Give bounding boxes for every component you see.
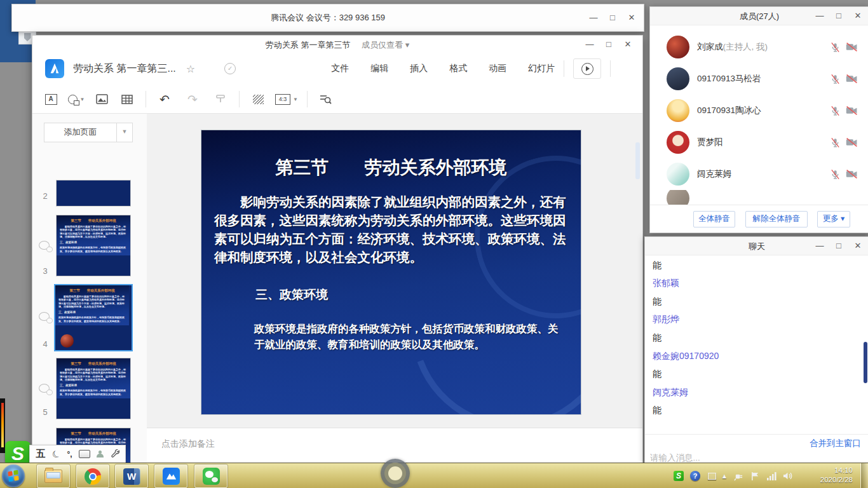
- taskbar-meeting-button[interactable]: [154, 464, 187, 488]
- minimize-icon[interactable]: —: [580, 36, 599, 53]
- camera-off-icon[interactable]: [843, 137, 860, 147]
- aspect-ratio-selector[interactable]: 4:3▼: [275, 90, 298, 109]
- show-desktop-button[interactable]: [860, 463, 868, 488]
- slide-number: 5: [40, 407, 50, 417]
- merge-to-main-window-link[interactable]: 合并到主窗口: [810, 438, 861, 449]
- background-fill-icon[interactable]: [248, 90, 268, 109]
- slide-thumbnail-3[interactable]: 第三节 劳动关系外部环境 影响劳动关系的因素除了就业组织内部的因素之外，还有很多…: [57, 215, 130, 276]
- chat-message: 能: [653, 405, 856, 416]
- menu-slideshow[interactable]: 幻灯片: [528, 63, 555, 74]
- ime-punctuation-icon[interactable]: °,: [67, 450, 72, 459]
- camera-off-icon[interactable]: [843, 74, 860, 84]
- document-tab[interactable]: 劳动关系 第一章第三...: [73, 62, 176, 76]
- docked-toolbar-edge-indicator[interactable]: [0, 398, 5, 453]
- tray-power-icon[interactable]: [732, 470, 745, 482]
- add-page-button[interactable]: 添加页面 ▼: [44, 123, 133, 142]
- minimize-icon[interactable]: —: [584, 10, 603, 26]
- member-row[interactable]: 09170913马松岩: [650, 63, 868, 95]
- slide-thumbnail-2[interactable]: 第三节 劳动关系外部环境 影响劳动关系的因素除了就业组织内部的因素之外，还有很多…: [57, 180, 130, 206]
- taskbar-explorer-button[interactable]: [37, 464, 70, 488]
- member-row[interactable]: 刘家成(主持人, 我): [650, 31, 868, 63]
- chat-titlebar: 聊天 — □ ✕: [645, 237, 868, 255]
- menu-format[interactable]: 格式: [449, 63, 467, 74]
- wps-window-title: 劳动关系 第一章第三节: [266, 40, 351, 50]
- notes-area[interactable]: 点击添加备注: [147, 428, 642, 463]
- close-icon[interactable]: ✕: [848, 8, 867, 24]
- editor-scrollbar[interactable]: [635, 142, 640, 179]
- chat-sender-name: 阔克莱姆: [653, 387, 856, 398]
- member-row[interactable]: 贾梦阳: [650, 126, 868, 158]
- taskbar: W S ? ▲ 14:10 2020/2/28: [0, 463, 868, 488]
- start-button[interactable]: [2, 464, 25, 487]
- taskbar-word-button[interactable]: W: [115, 464, 148, 488]
- taskbar-chrome-button[interactable]: [76, 464, 109, 488]
- camera-off-icon[interactable]: [843, 42, 860, 52]
- camera-off-icon[interactable]: [843, 169, 860, 179]
- table-tool-icon[interactable]: [118, 90, 137, 109]
- ime-keyboard-icon[interactable]: [79, 450, 90, 458]
- ime-profile-icon[interactable]: [97, 451, 104, 458]
- slide-canvas[interactable]: 第三节 劳动关系外部环境 影响劳动关系的因素除了就业组织内部的因素之外，还有很多…: [201, 130, 581, 415]
- tray-window-switch-icon[interactable]: [705, 470, 718, 482]
- mic-muted-icon[interactable]: [827, 42, 843, 53]
- mute-all-button[interactable]: 全体静音: [693, 211, 735, 227]
- maximize-icon[interactable]: □: [829, 8, 848, 24]
- maximize-icon[interactable]: □: [603, 10, 622, 26]
- redo-icon[interactable]: ↷: [183, 90, 202, 109]
- assistive-ring-overlay[interactable]: [381, 459, 410, 488]
- ime-language-moon-icon[interactable]: ☾: [50, 447, 63, 461]
- tray-network-icon[interactable]: [765, 470, 778, 482]
- taskbar-wechat-button[interactable]: [194, 464, 227, 488]
- view-mode-dropdown[interactable]: 成员仅查看 ▾: [362, 40, 409, 50]
- slide-title: 第三节 劳动关系外部环境: [201, 156, 581, 180]
- mic-muted-icon[interactable]: [827, 169, 843, 180]
- ime-mode-label[interactable]: 五: [36, 448, 45, 460]
- shape-tool-icon[interactable]: ▼: [67, 90, 86, 109]
- close-icon[interactable]: ✕: [618, 36, 637, 53]
- menu-insert[interactable]: 插入: [410, 63, 428, 74]
- tray-sogou-icon[interactable]: S: [672, 470, 685, 482]
- add-page-dropdown[interactable]: ▼: [116, 123, 132, 142]
- member-row[interactable]: 09170931陶冰心: [650, 95, 868, 126]
- slide-number: 2: [40, 191, 50, 201]
- menu-edit[interactable]: 编辑: [370, 63, 388, 74]
- play-slideshow-button[interactable]: [573, 58, 601, 79]
- avatar: [667, 131, 689, 154]
- tray-volume-icon[interactable]: [782, 470, 794, 482]
- tray-help-icon[interactable]: ?: [689, 470, 702, 482]
- camera-off-icon[interactable]: [843, 105, 860, 116]
- mic-muted-icon[interactable]: [827, 105, 843, 116]
- menu-animation[interactable]: 动画: [489, 63, 506, 74]
- chat-message: 能: [653, 332, 856, 344]
- slide-paragraph: 政策环境是指政府的各种政策方针，包括货币政策和财政政策、关于就业的政策、教育和培…: [254, 321, 567, 353]
- slide-thumbnail-4-selected[interactable]: 第三节 劳动关系外部环境 影响劳动关系的因素除了就业组织内部的因素之外，还有很多…: [55, 285, 132, 350]
- tray-action-center-flag-icon[interactable]: [749, 470, 761, 482]
- maximize-icon[interactable]: □: [829, 238, 848, 254]
- textbox-tool-icon[interactable]: A: [41, 90, 60, 109]
- format-painter-icon[interactable]: [211, 90, 230, 109]
- chat-message: 能: [653, 260, 856, 271]
- animation-badge-icon: [39, 312, 50, 321]
- member-row[interactable]: 阔克莱姆: [650, 158, 868, 190]
- find-replace-icon[interactable]: [316, 90, 336, 109]
- tray-clock[interactable]: 14:10 2020/2/28: [820, 466, 853, 485]
- chat-panel-window: 聊天 — □ ✕ 能 张郁颖 能 郭彤烨 能 赖金婉09170920 能 阔克莱…: [644, 236, 868, 465]
- minimize-icon[interactable]: —: [810, 238, 829, 254]
- close-icon[interactable]: ✕: [848, 238, 867, 254]
- minimize-icon[interactable]: —: [810, 8, 829, 24]
- mic-muted-icon[interactable]: [827, 74, 843, 85]
- slide-thumbnail-5[interactable]: 第三节 劳动关系外部环境 影响劳动关系的因素除了就业组织内部的因素之外，还有很多…: [57, 358, 130, 419]
- tray-hidden-icons-arrow[interactable]: ▲: [718, 470, 731, 482]
- undo-icon[interactable]: ↶: [155, 90, 174, 109]
- mic-muted-icon[interactable]: [827, 137, 843, 148]
- favorite-star-icon[interactable]: ☆: [186, 63, 195, 75]
- more-button[interactable]: 更多 ▾: [817, 211, 850, 227]
- unmute-all-button[interactable]: 解除全体静音: [745, 211, 808, 227]
- menu-file[interactable]: 文件: [331, 63, 349, 74]
- avatar: [667, 99, 689, 122]
- close-icon[interactable]: ✕: [622, 10, 641, 26]
- ime-settings-wrench-icon[interactable]: [111, 449, 119, 460]
- maximize-icon[interactable]: □: [599, 36, 618, 53]
- chat-scrollbar[interactable]: [864, 342, 867, 383]
- image-tool-icon[interactable]: [92, 90, 111, 109]
